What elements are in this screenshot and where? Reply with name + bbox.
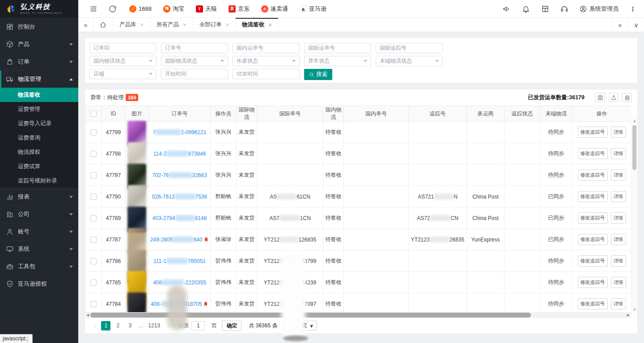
select-all-checkbox[interactable] [90,110,97,117]
filter-input-结束时间[interactable]: 结束时间 [233,69,300,79]
sidebar-item-工具包[interactable]: 工具包 [0,258,78,275]
filter-select-异常状态[interactable]: 异常状态 [304,56,371,66]
edit-tracking-button[interactable]: 修改追踪号 [578,277,608,288]
close-icon[interactable]: × [268,21,272,28]
close-icon[interactable]: × [226,21,229,28]
user-menu[interactable]: 系统管理员 [580,5,619,13]
search-button[interactable]: 搜索 [304,69,332,80]
detail-button[interactable]: 详情 [611,148,626,159]
vertical-scrollbar[interactable]: ▲ ▼ [631,118,637,313]
row-checkbox[interactable] [90,237,97,243]
submenu-item-运费试算[interactable]: 运费试算 [0,159,78,174]
row-checkbox[interactable] [90,215,97,221]
detail-button[interactable]: 详情 [611,234,626,245]
edit-tracking-button[interactable]: 修改追踪号 [578,191,608,202]
submenu-item-追踪号规则补录[interactable]: 追踪号规则补录 [0,174,78,188]
filter-input-国际追踪号[interactable]: 国际追踪号 [376,43,443,53]
marketplace-link-京东[interactable]: 京京东 [229,5,250,13]
sidebar-item-控制台[interactable]: 控制台 [0,18,78,35]
filter-select-作废状态[interactable]: 作废状态 [233,56,300,66]
marketplace-link-亚马逊[interactable]: a亚马逊 [300,5,326,13]
edit-tracking-button[interactable]: 修改追踪号 [578,148,608,159]
collapse-sidebar-icon[interactable] [89,5,97,13]
order-link[interactable]: 111-1785051 [153,258,206,264]
scroll-left-icon[interactable]: ◀ [85,312,90,318]
detail-button[interactable]: 详情 [611,255,626,267]
sidebar-item-系统[interactable]: 系统 [0,240,78,258]
order-link[interactable]: 403-27848148 [153,215,207,221]
sidebar-item-物流管理[interactable]: 物流管理 [0,70,78,88]
board-icon[interactable] [541,5,549,13]
volume-icon[interactable] [503,5,511,13]
filter-input-开始时间[interactable]: 开始时间 [161,69,228,79]
row-checkbox[interactable] [90,151,97,157]
filter-input-订单号[interactable]: 订单号 [161,43,228,53]
edit-tracking-button[interactable]: 修改追踪号 [578,255,608,267]
scroll-right-icon[interactable]: ▶ [626,312,631,318]
submenu-item-运费导入记录[interactable]: 运费导入记录 [0,116,78,131]
order-link[interactable]: 249-2805640 [150,237,203,243]
page-button-3[interactable]: 3 [125,321,135,330]
row-checkbox[interactable] [90,194,97,200]
edit-tracking-button[interactable]: 修改追踪号 [578,234,608,245]
detail-button[interactable]: 详情 [611,127,626,138]
filter-select-国内物流状态[interactable]: 国内物流状态 [89,56,157,66]
tab-所有产品[interactable]: 所有产品× [150,18,193,32]
product-thumbnail[interactable] [127,292,146,313]
tabs-scroll-right[interactable]: » [612,18,628,32]
order-link[interactable]: 408-2220355 [153,279,206,286]
refresh-icon[interactable] [109,5,117,13]
goto-confirm-button[interactable]: 确定 [222,321,242,331]
pending-label[interactable]: 待处理 [107,94,124,102]
sidebar-item-报表[interactable]: 报表 [0,188,78,205]
order-link[interactable]: 702-7632663 [152,172,207,178]
sidebar-item-公司[interactable]: 公司 [0,205,78,223]
page-size-select[interactable]: 30 条/页 ∨ [284,321,317,330]
order-link[interactable]: 72-0996221 [153,129,206,136]
goto-page-input[interactable]: 1 [191,321,205,330]
pending-count-badge[interactable]: 184 [126,94,138,101]
vertical-scroll-thumb[interactable] [632,125,636,170]
filter-input-国际运单号[interactable]: 国际运单号 [304,43,371,53]
tab-产品库[interactable]: 产品库× [113,18,150,32]
detail-button[interactable]: 详情 [611,169,626,181]
row-checkbox[interactable] [90,279,97,286]
scroll-down-icon[interactable]: ▼ [631,307,638,313]
marketplace-link-天猫[interactable]: T天猫 [196,5,217,13]
export-icon[interactable] [609,93,619,102]
sidebar-item-产品[interactable]: 产品 [0,35,78,53]
printer-icon[interactable] [622,93,632,102]
more-menu-icon[interactable]: ⋮ [630,5,636,13]
filter-select-末端物流状态[interactable]: 末端物流状态 [376,56,443,66]
submenu-item-物流授权[interactable]: 物流授权 [0,145,78,159]
edit-tracking-button[interactable]: 修改追踪号 [578,212,608,224]
order-link[interactable]: 408-3418705 [151,301,202,307]
submenu-item-运费管理[interactable]: 运费管理 [0,102,78,116]
page-button-2[interactable]: 2 [113,321,123,330]
sidebar-item-订单[interactable]: 订单 [0,53,78,70]
row-checkbox[interactable] [90,301,97,307]
filter-input-订单ID[interactable]: 订单ID [89,43,157,53]
filter-select-店铺[interactable]: 店铺 [89,69,157,79]
filter-select-国际物流状态[interactable]: 国际物流状态 [161,56,228,66]
page-button-1213[interactable]: 1213 [146,321,162,330]
detail-button[interactable]: 详情 [611,298,626,309]
columns-icon[interactable] [595,93,605,102]
filter-input-国内运单号[interactable]: 国内运单号 [233,43,300,53]
row-checkbox[interactable] [90,129,97,136]
page-button-1[interactable]: 1 [101,321,110,330]
tab-物流签收[interactable]: 物流签收× [236,18,279,32]
edit-tracking-button[interactable]: 修改追踪号 [578,298,608,309]
marketplace-link-淘宝[interactable]: 淘淘宝 [163,5,184,13]
submenu-item-运费查询[interactable]: 运费查询 [0,131,78,145]
order-link[interactable]: 026-76137536 [152,194,207,200]
prev-page-icon[interactable]: ‹ [91,322,98,329]
detail-button[interactable]: 详情 [611,212,626,224]
scroll-up-icon[interactable]: ▲ [631,118,638,124]
sidebar-item-账号[interactable]: 账号 [0,223,78,240]
horizontal-scrollbar[interactable]: ◀ ▶ [85,312,631,318]
tabs-dropdown[interactable]: ∨ [628,18,644,32]
edit-tracking-button[interactable]: 修改追踪号 [578,169,608,181]
edit-tracking-button[interactable]: 修改追踪号 [578,127,608,138]
order-link[interactable]: 114-2873846 [153,151,206,157]
